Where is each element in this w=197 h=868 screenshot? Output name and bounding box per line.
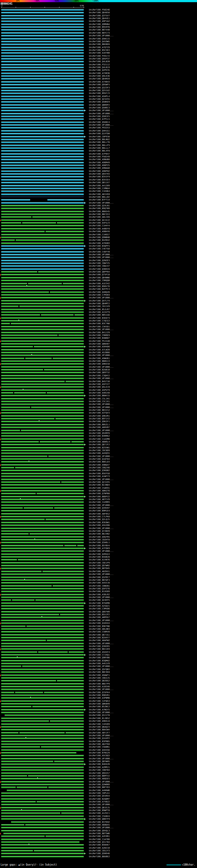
alignment-bar[interactable]	[1, 251, 84, 253]
hit-label[interactable]: UniRef100_UP1000...	[89, 550, 113, 553]
hit-label[interactable]: UniRef100_A3TQV3	[89, 412, 109, 414]
hit-label[interactable]: UniRef100_Q5W115	[89, 37, 109, 40]
hit-label[interactable]: UniRef100_B8J4N2	[89, 533, 109, 535]
alignment-bar[interactable]	[1, 577, 84, 578]
hit-label[interactable]: UniRef100_A3DLR2	[89, 593, 109, 596]
hit-label[interactable]: UniRef100_C4DFY0	[89, 251, 109, 253]
hit-label[interactable]: UniRef100_A8QGE5	[89, 777, 109, 780]
alignment-bar[interactable]	[1, 606, 84, 607]
hit-label[interactable]: UniRef100_B8ELD3	[89, 461, 109, 463]
alignment-bar[interactable]	[1, 712, 84, 713]
hit-label[interactable]: UniRef100_Q30ZD5	[89, 645, 109, 648]
alignment-bar[interactable]	[1, 262, 84, 264]
alignment-bar[interactable]	[1, 335, 84, 336]
hit-label[interactable]: UniRef100_B4S716	[89, 380, 109, 383]
hit-label[interactable]: UniRef100_B0TDH5	[89, 567, 109, 570]
alignment-bar[interactable]	[1, 179, 84, 181]
alignment-bar[interactable]	[1, 107, 84, 109]
hit-label[interactable]: UniRef100_A7XB36	[89, 72, 109, 75]
alignment-bar[interactable]	[1, 355, 84, 356]
hit-label[interactable]: UniRef100_UP1000...	[89, 757, 113, 760]
hit-label[interactable]: UniRef100_B6KE45	[89, 210, 109, 213]
hit-label[interactable]: UniRef100_B4Z042	[89, 239, 109, 242]
hit-label[interactable]: UniRef100_Q5XRF6	[89, 432, 109, 435]
alignment-bar[interactable]	[1, 623, 84, 624]
alignment-bar[interactable]	[1, 778, 84, 780]
hit-label[interactable]: UniRef100_UP1000...	[89, 202, 113, 205]
alignment-bar[interactable]	[1, 519, 84, 520]
hit-label[interactable]: UniRef100_A9BQ47	[89, 464, 109, 466]
hit-label[interactable]: UniRef100_Q4UVG6	[89, 749, 109, 752]
hit-label[interactable]: UniRef100_Q5N946	[89, 852, 109, 855]
hit-label[interactable]: UniRef100_Q09T32	[89, 371, 109, 374]
alignment-bar[interactable]	[1, 52, 84, 54]
alignment-bar[interactable]	[1, 617, 84, 618]
alignment-bar[interactable]	[1, 640, 84, 641]
alignment-bar[interactable]	[1, 435, 84, 437]
hit-label[interactable]: UniRef100_C5GNV4	[89, 815, 109, 818]
hit-label[interactable]: UniRef100_UP1000...	[89, 124, 113, 127]
hit-label[interactable]: UniRef100_A7LW20	[89, 348, 109, 351]
hit-label[interactable]: UniRef100_A9NAA8	[89, 167, 109, 170]
alignment-bar[interactable]	[1, 675, 84, 676]
hit-label[interactable]: UniRef100_A3PBM8	[89, 697, 109, 700]
alignment-bar[interactable]	[1, 836, 84, 837]
hit-label[interactable]: UniRef100_B6MTV2	[89, 775, 109, 777]
alignment-bar[interactable]	[1, 732, 84, 734]
alignment-bar[interactable]	[1, 686, 84, 688]
alignment-bar[interactable]	[11, 822, 84, 823]
alignment-bar[interactable]	[1, 539, 84, 541]
alignment-bar[interactable]	[1, 464, 84, 466]
hit-label[interactable]: UniRef100_P32112	[89, 63, 109, 66]
hit-label[interactable]: UniRef100_B3E8W1	[89, 521, 109, 524]
hit-label[interactable]: UniRef100_UP1000...	[89, 780, 113, 783]
hit-label[interactable]: UniRef100_Q2W8N9	[89, 783, 109, 786]
hit-label[interactable]: UniRef100_B9T1Y2	[89, 417, 109, 420]
alignment-bar[interactable]	[1, 237, 84, 238]
hit-label[interactable]: UniRef100_Q5FQN3	[89, 668, 109, 671]
hit-label[interactable]: UniRef100_B8H2W4	[89, 728, 109, 731]
hit-label[interactable]: UniRef100_Q72BX9	[89, 530, 109, 533]
alignment-bar[interactable]	[1, 283, 84, 284]
alignment-bar[interactable]	[1, 153, 84, 155]
alignment-bar[interactable]	[1, 484, 84, 486]
hit-label[interactable]: UniRef100_B9KTN6	[89, 625, 109, 628]
hit-label[interactable]: UniRef100_A1WFY3	[89, 475, 109, 478]
hit-label[interactable]: UniRef100_UP1000...	[89, 113, 113, 115]
alignment-bar[interactable]	[1, 663, 84, 664]
alignment-bar[interactable]	[1, 139, 84, 141]
hit-label[interactable]: UniRef100_Q1XTD0	[89, 132, 109, 135]
alignment-bar[interactable]	[1, 24, 84, 25]
alignment-bar[interactable]	[1, 536, 84, 538]
alignment-bar[interactable]	[1, 602, 84, 604]
alignment-bar[interactable]	[1, 755, 84, 756]
hit-label[interactable]: UniRef100_B6EBE6	[89, 43, 109, 46]
alignment-bar[interactable]	[1, 591, 84, 592]
alignment-bar[interactable]	[1, 850, 84, 852]
alignment-bar[interactable]	[1, 770, 84, 771]
hit-label[interactable]: UniRef100_Q24HY5	[89, 599, 109, 602]
hit-label[interactable]: UniRef100_UP1000...	[89, 642, 113, 645]
hit-label[interactable]: UniRef100_C3MVD6	[89, 608, 109, 610]
alignment-bar[interactable]	[1, 116, 84, 117]
alignment-bar[interactable]	[1, 361, 84, 362]
alignment-bar[interactable]	[1, 182, 84, 184]
hit-label[interactable]: UniRef100_Q9SWF5	[89, 84, 109, 86]
alignment-bar[interactable]	[1, 196, 84, 198]
hit-label[interactable]: UniRef100_A5HPL4	[89, 95, 109, 98]
alignment-bar[interactable]	[1, 205, 84, 207]
alignment-bar[interactable]	[1, 170, 84, 172]
alignment-bar[interactable]	[1, 666, 84, 667]
hit-label[interactable]: UniRef100_Q2NZE3	[89, 259, 109, 262]
alignment-bar[interactable]	[1, 369, 84, 371]
alignment-bar[interactable]	[1, 306, 84, 307]
hit-label[interactable]: UniRef100_Q1QT84	[89, 458, 109, 461]
hit-label[interactable]: UniRef100_B9S9Y6	[89, 26, 109, 29]
alignment-bar[interactable]	[1, 29, 84, 31]
hit-label[interactable]: UniRef100_UP1000...	[89, 596, 113, 599]
alignment-bar[interactable]	[1, 162, 84, 163]
alignment-bar[interactable]	[1, 93, 84, 94]
hit-label[interactable]: UniRef100_UP1000...	[89, 377, 113, 380]
hit-label[interactable]: UniRef100_B8YC73	[89, 32, 109, 34]
hit-label[interactable]: UniRef100_Q6AQ23	[89, 726, 109, 728]
